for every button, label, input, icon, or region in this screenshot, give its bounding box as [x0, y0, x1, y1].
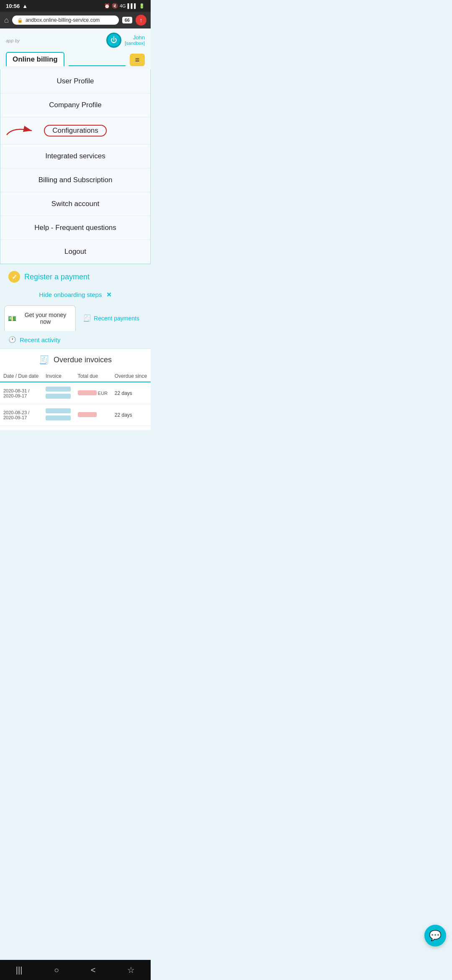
- help-label: Help - Frequent questions: [34, 224, 116, 232]
- network-icon: 4G: [120, 3, 126, 8]
- lock-icon: 🔒: [17, 18, 23, 23]
- billing-subscription-label: Billing and Subscription: [39, 176, 113, 184]
- menu-item-configurations[interactable]: Configurations: [0, 117, 150, 144]
- register-payment-text: Register a payment: [24, 273, 90, 281]
- menu-item-integrated-services[interactable]: Integrated services: [0, 144, 150, 168]
- status-time: 10:56 ▲: [6, 3, 28, 9]
- dropdown-menu: User Profile Company Profile Configurati…: [0, 70, 151, 264]
- table-row: 2020-08-31 /2020-09-17 EUR 22 days: [0, 382, 151, 404]
- power-button[interactable]: ⏻: [106, 33, 121, 48]
- arrow-annotation: [5, 122, 42, 139]
- recent-payments-label: Recent payments: [94, 315, 139, 322]
- app-title: Online billing: [6, 52, 64, 66]
- upload-icon[interactable]: ↑: [136, 15, 146, 26]
- money-icon: 💵: [8, 315, 16, 322]
- payments-icon: 🧾: [83, 314, 91, 322]
- user-first-name: John: [125, 34, 145, 41]
- menu-item-company-profile[interactable]: Company Profile: [0, 93, 150, 117]
- recent-activity-row[interactable]: 🕐 Recent activity: [0, 331, 151, 348]
- hide-onboarding-text: Hide onboarding steps: [39, 291, 102, 298]
- menu-item-user-profile[interactable]: User Profile: [0, 70, 150, 93]
- signal-icon: ▌▌▌: [128, 3, 137, 8]
- switch-account-label: Switch account: [51, 200, 99, 208]
- row2-invoice: [42, 404, 74, 426]
- overdue-header: 🧾 Overdue invoices: [0, 349, 151, 371]
- tab-count[interactable]: 66: [122, 17, 132, 23]
- overdue-section: 🧾 Overdue invoices Date / Due date Invoi…: [0, 348, 151, 430]
- alarm-icon: ⏰: [104, 3, 110, 9]
- company-profile-label: Company Profile: [49, 101, 102, 109]
- tab-get-money[interactable]: 💵 Get your money now: [4, 305, 76, 331]
- row1-total: EUR: [74, 382, 111, 404]
- url-bar[interactable]: 🔒 andbox.online-billing-service.com: [12, 15, 119, 25]
- app-by-text: app by: [6, 38, 20, 43]
- home-icon[interactable]: ⌂: [4, 16, 9, 25]
- tab-recent-payments[interactable]: 🧾 Recent payments: [76, 305, 146, 331]
- power-icon: ⏻: [110, 36, 117, 44]
- user-sandbox-label: [sandbox]: [125, 41, 145, 46]
- close-onboarding-icon[interactable]: ✕: [106, 291, 112, 298]
- row1-invoice: [42, 382, 74, 404]
- url-text: andbox.online-billing-service.com: [26, 17, 100, 23]
- menu-item-help[interactable]: Help - Frequent questions: [0, 216, 150, 240]
- get-money-label: Get your money now: [19, 312, 72, 325]
- clock-icon: 🕐: [8, 336, 16, 343]
- browser-bar: ⌂ 🔒 andbox.online-billing-service.com 66…: [0, 12, 151, 28]
- col-total: Total due: [74, 371, 111, 382]
- col-date: Date / Due date: [0, 371, 42, 382]
- mute-icon: 🔇: [112, 3, 118, 9]
- col-overdue-since: Overdue since: [111, 371, 151, 382]
- menu-button[interactable]: ≡: [130, 54, 145, 66]
- app-title-bar: Online billing ≡: [0, 52, 151, 70]
- configurations-label: Configurations: [44, 125, 107, 137]
- app-logo: app by: [6, 37, 20, 44]
- row2-overdue-since: 22 days: [111, 404, 151, 426]
- location-icon: ▲: [22, 3, 28, 9]
- tabs-row: 💵 Get your money now 🧾 Recent payments: [4, 305, 146, 331]
- invoice-icon: 🧾: [39, 355, 49, 365]
- col-invoice: Invoice: [42, 371, 74, 382]
- row1-overdue-since: 22 days: [111, 382, 151, 404]
- hamburger-icon: ≡: [135, 56, 140, 64]
- overdue-title: Overdue invoices: [54, 356, 112, 364]
- overdue-table: Date / Due date Invoice Total due Overdu…: [0, 371, 151, 426]
- user-area: ⏻ John [sandbox]: [106, 33, 145, 48]
- row2-date: 2020-08-23 /2020-09-17: [0, 404, 42, 426]
- time-display: 10:56: [6, 3, 20, 9]
- battery-icon: 🔋: [139, 3, 145, 9]
- logout-label: Logout: [64, 248, 86, 255]
- menu-item-billing-subscription[interactable]: Billing and Subscription: [0, 168, 150, 192]
- user-name-display: John [sandbox]: [125, 34, 145, 46]
- menu-item-switch-account[interactable]: Switch account: [0, 192, 150, 216]
- row2-total: [74, 404, 111, 426]
- hide-onboarding-row[interactable]: Hide onboarding steps ✕: [0, 289, 151, 305]
- register-payment-bar[interactable]: ✓ Register a payment: [0, 264, 151, 289]
- menu-item-logout[interactable]: Logout: [0, 240, 150, 264]
- recent-activity-text: Recent activity: [20, 336, 61, 343]
- check-icon: ✓: [8, 271, 20, 283]
- table-row: 2020-08-23 /2020-09-17 22 days: [0, 404, 151, 426]
- integrated-services-label: Integrated services: [45, 152, 105, 160]
- row1-date: 2020-08-31 /2020-09-17: [0, 382, 42, 404]
- main-content: ✓ Register a payment Hide onboarding ste…: [0, 264, 151, 430]
- app-header: app by ⏻ John [sandbox]: [0, 28, 151, 52]
- status-icons: ⏰ 🔇 4G ▌▌▌ 🔋: [104, 3, 145, 9]
- user-profile-label: User Profile: [57, 77, 94, 85]
- status-bar: 10:56 ▲ ⏰ 🔇 4G ▌▌▌ 🔋: [0, 0, 151, 12]
